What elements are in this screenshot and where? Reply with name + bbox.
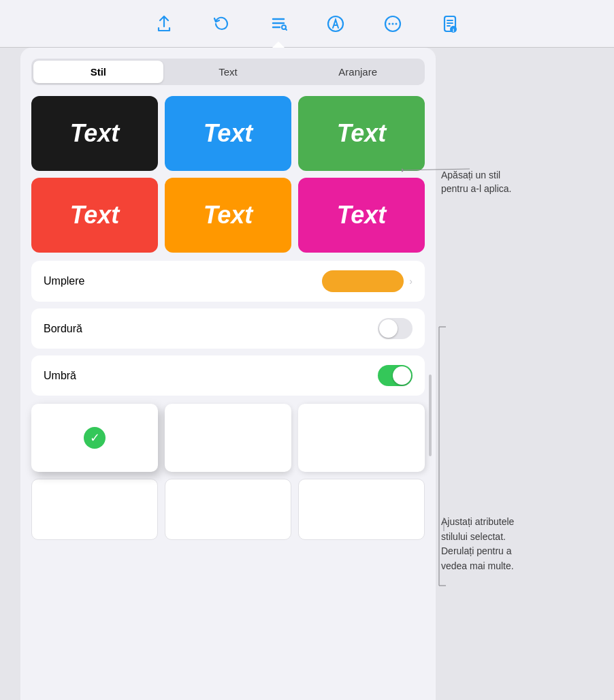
annotation-1-text: Apăsați un stilpentru a-l aplica.: [441, 170, 512, 194]
style-tile-pink-label: Text: [337, 201, 387, 229]
style-tile-red-label: Text: [70, 201, 120, 229]
style-tile-blue-label: Text: [204, 119, 253, 148]
shadow-toggle-knob: [393, 366, 411, 385]
fill-right: ›: [322, 270, 413, 292]
style-tile-blue[interactable]: Text: [165, 96, 291, 171]
shadow-tile-1-check: ✓: [84, 427, 106, 449]
shadow-tile-6[interactable]: [298, 479, 425, 540]
fill-chevron-icon: ›: [409, 276, 413, 287]
annotation-1: Apăsați un stilpentru a-l aplica.: [441, 169, 577, 195]
toolbar: i: [0, 0, 614, 48]
shadow-row: Umbră: [31, 355, 425, 396]
tab-bar: Stil Text Aranjare: [31, 59, 425, 85]
format-icon[interactable]: [266, 12, 291, 36]
shadow-tile-5[interactable]: [165, 479, 291, 540]
shadow-tile-1[interactable]: ✓: [31, 404, 158, 472]
svg-line-4: [285, 29, 287, 30]
style-tile-orange-label: Text: [204, 201, 253, 229]
undo-icon[interactable]: [209, 12, 233, 36]
style-tile-orange[interactable]: Text: [165, 178, 291, 253]
fill-color-pill[interactable]: [322, 270, 404, 292]
scroll-indicator: [429, 375, 432, 456]
fill-label: Umplere: [44, 275, 84, 287]
border-row: Bordură: [31, 308, 425, 349]
border-toggle-knob: [379, 319, 398, 338]
border-toggle[interactable]: [378, 318, 413, 339]
shadow-tile-3[interactable]: [298, 404, 425, 472]
annotation-2-text: Ajustați atributelestilului selectat.Der…: [441, 516, 514, 571]
svg-point-8: [392, 22, 394, 25]
shadow-label: Umbră: [44, 370, 76, 382]
style-tile-black-label: Text: [70, 119, 120, 148]
tab-text[interactable]: Text: [163, 61, 293, 83]
share-icon[interactable]: [152, 12, 176, 36]
style-tile-green-label: Text: [337, 119, 387, 148]
tab-stil[interactable]: Stil: [33, 61, 163, 83]
border-label: Bordură: [44, 323, 82, 335]
style-tile-green[interactable]: Text: [298, 96, 425, 171]
more-icon[interactable]: [381, 12, 405, 36]
shadow-style-grid-2: [31, 479, 425, 540]
shadow-tile-4[interactable]: [31, 479, 158, 540]
annotation-2: Ajustați atributelestilului selectat.Der…: [441, 515, 591, 574]
format-panel: Stil Text Aranjare Text Text Text Text T…: [20, 48, 436, 700]
svg-point-7: [389, 22, 391, 25]
svg-text:i: i: [453, 27, 454, 33]
style-tile-pink[interactable]: Text: [298, 178, 425, 253]
shadow-style-grid-1: ✓: [31, 404, 425, 472]
shadow-tile-2[interactable]: [165, 404, 291, 472]
tab-aranjare[interactable]: Aranjare: [293, 61, 423, 83]
style-grid: Text Text Text Text Text Text: [31, 96, 425, 253]
document-icon[interactable]: i: [438, 12, 462, 36]
style-tile-red[interactable]: Text: [31, 178, 158, 253]
shadow-toggle[interactable]: [378, 365, 413, 386]
fill-row[interactable]: Umplere ›: [31, 261, 425, 302]
svg-point-9: [395, 22, 398, 25]
text-format-icon[interactable]: [323, 12, 348, 36]
style-tile-black[interactable]: Text: [31, 96, 158, 171]
